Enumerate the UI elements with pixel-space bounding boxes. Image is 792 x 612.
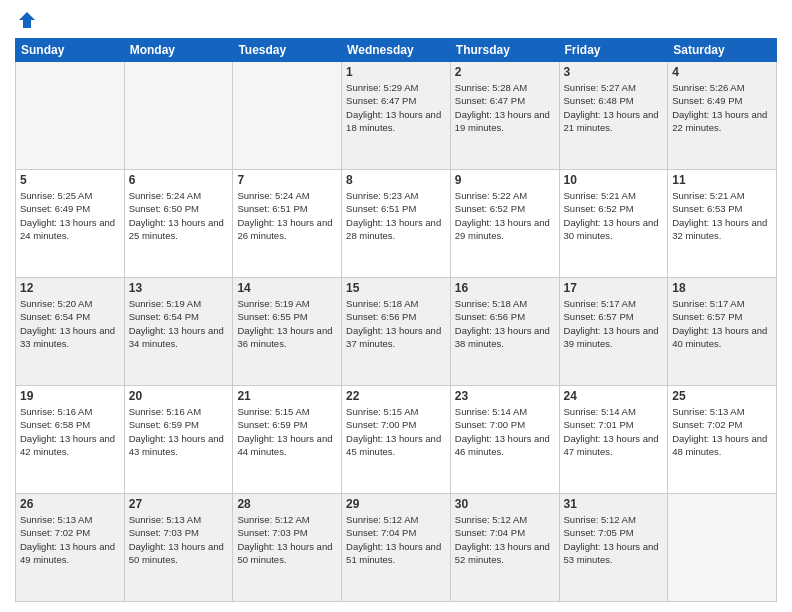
weekday-header: Wednesday — [342, 39, 451, 62]
day-number: 11 — [672, 173, 772, 187]
day-info: Sunrise: 5:17 AMSunset: 6:57 PMDaylight:… — [564, 297, 664, 350]
calendar-cell: 25Sunrise: 5:13 AMSunset: 7:02 PMDayligh… — [668, 386, 777, 494]
calendar-table: SundayMondayTuesdayWednesdayThursdayFrid… — [15, 38, 777, 602]
calendar-week-row: 26Sunrise: 5:13 AMSunset: 7:02 PMDayligh… — [16, 494, 777, 602]
day-number: 29 — [346, 497, 446, 511]
day-info: Sunrise: 5:26 AMSunset: 6:49 PMDaylight:… — [672, 81, 772, 134]
day-number: 1 — [346, 65, 446, 79]
calendar-cell — [233, 62, 342, 170]
day-info: Sunrise: 5:16 AMSunset: 6:59 PMDaylight:… — [129, 405, 229, 458]
page-container: SundayMondayTuesdayWednesdayThursdayFrid… — [0, 0, 792, 612]
day-number: 7 — [237, 173, 337, 187]
weekday-header: Thursday — [450, 39, 559, 62]
calendar-cell: 6Sunrise: 5:24 AMSunset: 6:50 PMDaylight… — [124, 170, 233, 278]
day-info: Sunrise: 5:15 AMSunset: 6:59 PMDaylight:… — [237, 405, 337, 458]
day-info: Sunrise: 5:12 AMSunset: 7:03 PMDaylight:… — [237, 513, 337, 566]
day-number: 20 — [129, 389, 229, 403]
calendar-cell: 16Sunrise: 5:18 AMSunset: 6:56 PMDayligh… — [450, 278, 559, 386]
weekday-header: Sunday — [16, 39, 125, 62]
calendar-cell: 30Sunrise: 5:12 AMSunset: 7:04 PMDayligh… — [450, 494, 559, 602]
day-number: 18 — [672, 281, 772, 295]
calendar-cell: 7Sunrise: 5:24 AMSunset: 6:51 PMDaylight… — [233, 170, 342, 278]
day-info: Sunrise: 5:22 AMSunset: 6:52 PMDaylight:… — [455, 189, 555, 242]
calendar-cell: 22Sunrise: 5:15 AMSunset: 7:00 PMDayligh… — [342, 386, 451, 494]
day-info: Sunrise: 5:18 AMSunset: 6:56 PMDaylight:… — [455, 297, 555, 350]
calendar-cell: 29Sunrise: 5:12 AMSunset: 7:04 PMDayligh… — [342, 494, 451, 602]
day-number: 24 — [564, 389, 664, 403]
calendar-cell: 24Sunrise: 5:14 AMSunset: 7:01 PMDayligh… — [559, 386, 668, 494]
day-info: Sunrise: 5:15 AMSunset: 7:00 PMDaylight:… — [346, 405, 446, 458]
day-info: Sunrise: 5:18 AMSunset: 6:56 PMDaylight:… — [346, 297, 446, 350]
calendar-cell: 8Sunrise: 5:23 AMSunset: 6:51 PMDaylight… — [342, 170, 451, 278]
day-number: 27 — [129, 497, 229, 511]
day-number: 17 — [564, 281, 664, 295]
day-number: 14 — [237, 281, 337, 295]
weekday-header: Saturday — [668, 39, 777, 62]
day-info: Sunrise: 5:13 AMSunset: 7:02 PMDaylight:… — [672, 405, 772, 458]
day-info: Sunrise: 5:27 AMSunset: 6:48 PMDaylight:… — [564, 81, 664, 134]
weekday-header: Friday — [559, 39, 668, 62]
calendar-cell: 19Sunrise: 5:16 AMSunset: 6:58 PMDayligh… — [16, 386, 125, 494]
day-number: 12 — [20, 281, 120, 295]
day-info: Sunrise: 5:14 AMSunset: 7:01 PMDaylight:… — [564, 405, 664, 458]
calendar-cell: 28Sunrise: 5:12 AMSunset: 7:03 PMDayligh… — [233, 494, 342, 602]
day-number: 6 — [129, 173, 229, 187]
day-number: 16 — [455, 281, 555, 295]
day-number: 13 — [129, 281, 229, 295]
logo-icon — [17, 10, 37, 30]
calendar-cell: 23Sunrise: 5:14 AMSunset: 7:00 PMDayligh… — [450, 386, 559, 494]
day-info: Sunrise: 5:12 AMSunset: 7:04 PMDaylight:… — [455, 513, 555, 566]
day-number: 21 — [237, 389, 337, 403]
day-info: Sunrise: 5:13 AMSunset: 7:02 PMDaylight:… — [20, 513, 120, 566]
calendar-cell — [668, 494, 777, 602]
calendar-cell: 26Sunrise: 5:13 AMSunset: 7:02 PMDayligh… — [16, 494, 125, 602]
day-number: 5 — [20, 173, 120, 187]
day-number: 22 — [346, 389, 446, 403]
day-info: Sunrise: 5:19 AMSunset: 6:55 PMDaylight:… — [237, 297, 337, 350]
day-info: Sunrise: 5:13 AMSunset: 7:03 PMDaylight:… — [129, 513, 229, 566]
day-info: Sunrise: 5:24 AMSunset: 6:51 PMDaylight:… — [237, 189, 337, 242]
calendar-cell: 3Sunrise: 5:27 AMSunset: 6:48 PMDaylight… — [559, 62, 668, 170]
weekday-header-row: SundayMondayTuesdayWednesdayThursdayFrid… — [16, 39, 777, 62]
day-number: 3 — [564, 65, 664, 79]
day-number: 30 — [455, 497, 555, 511]
day-number: 10 — [564, 173, 664, 187]
calendar-cell: 5Sunrise: 5:25 AMSunset: 6:49 PMDaylight… — [16, 170, 125, 278]
calendar-cell: 21Sunrise: 5:15 AMSunset: 6:59 PMDayligh… — [233, 386, 342, 494]
calendar-cell: 13Sunrise: 5:19 AMSunset: 6:54 PMDayligh… — [124, 278, 233, 386]
day-info: Sunrise: 5:12 AMSunset: 7:05 PMDaylight:… — [564, 513, 664, 566]
weekday-header: Tuesday — [233, 39, 342, 62]
day-info: Sunrise: 5:23 AMSunset: 6:51 PMDaylight:… — [346, 189, 446, 242]
day-info: Sunrise: 5:20 AMSunset: 6:54 PMDaylight:… — [20, 297, 120, 350]
day-number: 26 — [20, 497, 120, 511]
day-info: Sunrise: 5:19 AMSunset: 6:54 PMDaylight:… — [129, 297, 229, 350]
day-info: Sunrise: 5:21 AMSunset: 6:53 PMDaylight:… — [672, 189, 772, 242]
day-info: Sunrise: 5:24 AMSunset: 6:50 PMDaylight:… — [129, 189, 229, 242]
day-number: 9 — [455, 173, 555, 187]
header — [15, 10, 777, 30]
day-number: 19 — [20, 389, 120, 403]
day-info: Sunrise: 5:21 AMSunset: 6:52 PMDaylight:… — [564, 189, 664, 242]
day-info: Sunrise: 5:29 AMSunset: 6:47 PMDaylight:… — [346, 81, 446, 134]
calendar-cell: 1Sunrise: 5:29 AMSunset: 6:47 PMDaylight… — [342, 62, 451, 170]
calendar-cell: 11Sunrise: 5:21 AMSunset: 6:53 PMDayligh… — [668, 170, 777, 278]
calendar-cell: 9Sunrise: 5:22 AMSunset: 6:52 PMDaylight… — [450, 170, 559, 278]
calendar-cell — [16, 62, 125, 170]
weekday-header: Monday — [124, 39, 233, 62]
logo — [15, 10, 39, 30]
day-info: Sunrise: 5:12 AMSunset: 7:04 PMDaylight:… — [346, 513, 446, 566]
calendar-cell: 4Sunrise: 5:26 AMSunset: 6:49 PMDaylight… — [668, 62, 777, 170]
calendar-week-row: 12Sunrise: 5:20 AMSunset: 6:54 PMDayligh… — [16, 278, 777, 386]
day-info: Sunrise: 5:25 AMSunset: 6:49 PMDaylight:… — [20, 189, 120, 242]
day-number: 28 — [237, 497, 337, 511]
day-number: 4 — [672, 65, 772, 79]
day-number: 31 — [564, 497, 664, 511]
calendar-cell: 20Sunrise: 5:16 AMSunset: 6:59 PMDayligh… — [124, 386, 233, 494]
day-number: 25 — [672, 389, 772, 403]
calendar-cell: 12Sunrise: 5:20 AMSunset: 6:54 PMDayligh… — [16, 278, 125, 386]
calendar-week-row: 1Sunrise: 5:29 AMSunset: 6:47 PMDaylight… — [16, 62, 777, 170]
day-info: Sunrise: 5:17 AMSunset: 6:57 PMDaylight:… — [672, 297, 772, 350]
day-info: Sunrise: 5:28 AMSunset: 6:47 PMDaylight:… — [455, 81, 555, 134]
day-number: 8 — [346, 173, 446, 187]
calendar-cell: 17Sunrise: 5:17 AMSunset: 6:57 PMDayligh… — [559, 278, 668, 386]
